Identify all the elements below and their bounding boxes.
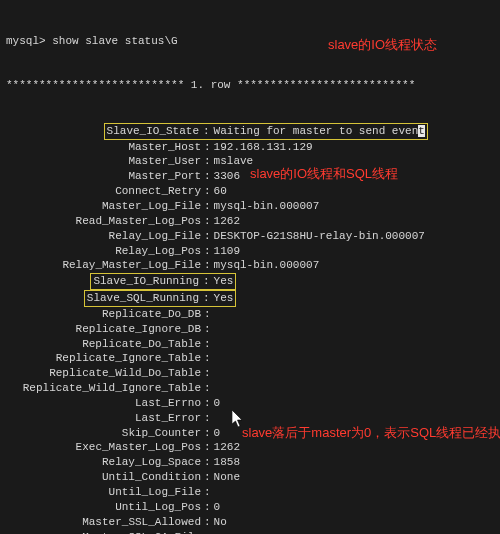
field-value: mslave <box>214 154 254 169</box>
field-key: Relay_Log_Space <box>6 455 201 470</box>
status-row: Master_Log_File:mysql-bin.000007 <box>6 199 494 214</box>
field-value: 0 <box>214 396 221 411</box>
field-key: Until_Condition <box>6 470 201 485</box>
field-separator: : <box>201 455 214 470</box>
field-value: 1109 <box>214 244 240 259</box>
field-separator: : <box>201 396 214 411</box>
field-key: Master_SSL_CA_File <box>6 530 201 534</box>
field-value: 192.168.131.129 <box>214 140 313 155</box>
field-key: Connect_Retry <box>6 184 201 199</box>
field-separator: : <box>201 273 212 290</box>
field-separator: : <box>201 485 214 500</box>
field-key: Replicate_Wild_Do_Table <box>6 366 201 381</box>
field-key: Until_Log_File <box>6 485 201 500</box>
field-value: 1262 <box>214 214 240 229</box>
field-separator: : <box>201 229 214 244</box>
field-key: Until_Log_Pos <box>6 500 201 515</box>
status-row: Slave_SQL_Running:Yes <box>6 290 494 307</box>
field-key: Replicate_Do_Table <box>6 337 201 352</box>
row-header: *************************** 1. row *****… <box>6 78 494 93</box>
field-value: 0 <box>214 426 221 441</box>
status-row: Replicate_Ignore_DB: <box>6 322 494 337</box>
field-separator: : <box>201 411 214 426</box>
field-key: Master_SSL_Allowed <box>6 515 201 530</box>
field-key: Replicate_Ignore_DB <box>6 322 201 337</box>
field-separator: : <box>201 440 214 455</box>
field-key: Slave_IO_Running <box>6 273 201 290</box>
field-separator: : <box>201 530 214 534</box>
field-key: Relay_Master_Log_File <box>6 258 201 273</box>
status-row: Relay_Log_Space:1858 <box>6 455 494 470</box>
field-key: Master_User <box>6 154 201 169</box>
field-value: 0 <box>214 500 221 515</box>
field-key: Master_Port <box>6 169 201 184</box>
field-key: Replicate_Wild_Ignore_Table <box>6 381 201 396</box>
field-key: Master_Log_File <box>6 199 201 214</box>
field-key: Read_Master_Log_Pos <box>6 214 201 229</box>
field-key: Slave_IO_State <box>6 123 201 140</box>
status-row: Replicate_Do_DB: <box>6 307 494 322</box>
field-value: mysql-bin.000007 <box>214 258 320 273</box>
field-key: Exec_Master_Log_Pos <box>6 440 201 455</box>
field-key: Replicate_Ignore_Table <box>6 351 201 366</box>
field-value: DESKTOP-G21S8HU-relay-bin.000007 <box>214 229 425 244</box>
field-key: Last_Errno <box>6 396 201 411</box>
field-value: Yes <box>212 290 237 307</box>
field-separator: : <box>201 184 214 199</box>
terminal-output: mysql> show slave status\G *************… <box>0 0 500 534</box>
status-row: Last_Error: <box>6 411 494 426</box>
field-key: Relay_Log_Pos <box>6 244 201 259</box>
status-row: Master_Host:192.168.131.129 <box>6 140 494 155</box>
field-separator: : <box>201 426 214 441</box>
field-separator: : <box>201 500 214 515</box>
field-separator: : <box>201 154 214 169</box>
field-separator: : <box>201 244 214 259</box>
field-value: Yes <box>212 273 237 290</box>
field-value: mysql-bin.000007 <box>214 199 320 214</box>
status-row: Until_Condition:None <box>6 470 494 485</box>
field-separator: : <box>201 515 214 530</box>
field-key: Slave_SQL_Running <box>6 290 201 307</box>
field-value: Waiting for master to send event <box>212 123 428 140</box>
field-value: 3306 <box>214 169 240 184</box>
field-separator: : <box>201 470 214 485</box>
field-separator: : <box>201 322 214 337</box>
field-separator: : <box>201 199 214 214</box>
field-value: 1262 <box>214 440 240 455</box>
status-row: Slave_IO_State:Waiting for master to sen… <box>6 123 494 140</box>
field-separator: : <box>201 366 214 381</box>
field-separator: : <box>201 258 214 273</box>
status-row: Until_Log_File: <box>6 485 494 500</box>
field-separator: : <box>201 169 214 184</box>
status-row: Master_User:mslave <box>6 154 494 169</box>
status-row: Connect_Retry:60 <box>6 184 494 199</box>
status-row: Read_Master_Log_Pos:1262 <box>6 214 494 229</box>
field-separator: : <box>201 123 212 140</box>
status-row: Relay_Master_Log_File:mysql-bin.000007 <box>6 258 494 273</box>
field-separator: : <box>201 290 212 307</box>
field-list: Slave_IO_State:Waiting for master to sen… <box>6 123 494 534</box>
status-row: Relay_Log_File:DESKTOP-G21S8HU-relay-bin… <box>6 229 494 244</box>
field-separator: : <box>201 214 214 229</box>
field-separator: : <box>201 337 214 352</box>
field-key: Replicate_Do_DB <box>6 307 201 322</box>
status-row: Exec_Master_Log_Pos:1262 <box>6 440 494 455</box>
status-row: Last_Errno:0 <box>6 396 494 411</box>
status-row: Replicate_Wild_Ignore_Table: <box>6 381 494 396</box>
status-row: Master_SSL_Allowed:No <box>6 515 494 530</box>
field-separator: : <box>201 140 214 155</box>
field-value: 60 <box>214 184 227 199</box>
field-value: No <box>214 515 227 530</box>
status-row: Slave_IO_Running:Yes <box>6 273 494 290</box>
status-row: Master_Port:3306 <box>6 169 494 184</box>
status-row: Skip_Counter:0 <box>6 426 494 441</box>
field-separator: : <box>201 381 214 396</box>
field-key: Skip_Counter <box>6 426 201 441</box>
status-row: Until_Log_Pos:0 <box>6 500 494 515</box>
prompt-line: mysql> show slave status\G <box>6 34 494 49</box>
field-separator: : <box>201 307 214 322</box>
field-value: None <box>214 470 240 485</box>
field-value: 1858 <box>214 455 240 470</box>
field-key: Relay_Log_File <box>6 229 201 244</box>
status-row: Master_SSL_CA_File: <box>6 530 494 534</box>
